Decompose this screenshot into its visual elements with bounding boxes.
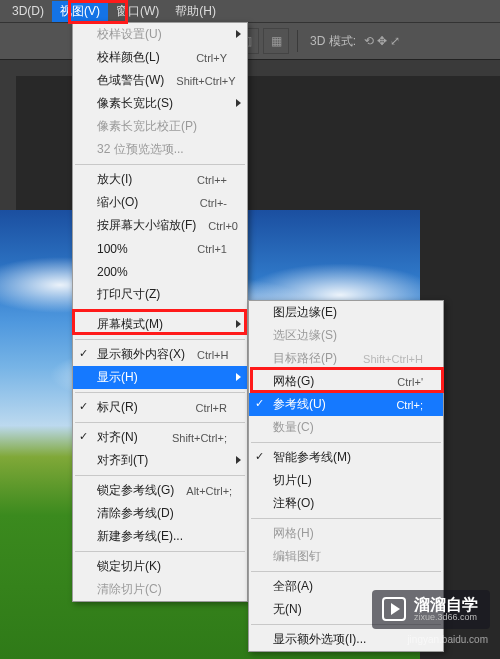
menu-divider [75, 339, 245, 340]
menu-item-label: 锁定参考线(G) [97, 482, 174, 499]
menubar-item[interactable]: 帮助(H) [167, 1, 224, 22]
menu-item-shortcut: Ctrl++ [197, 174, 227, 186]
menu-item[interactable]: 网格(G)Ctrl+' [249, 370, 443, 393]
menu-item-label: 智能参考线(M) [273, 449, 423, 466]
menu-item[interactable]: 图层边缘(E) [249, 301, 443, 324]
play-icon [382, 597, 406, 621]
menubar: 3D(D)视图(V)窗口(W)帮助(H) [0, 0, 500, 22]
menu-item-label: 100% [97, 242, 185, 256]
menu-item-shortcut: Ctrl+H [197, 349, 228, 361]
menu-item-label: 色域警告(W) [97, 72, 164, 89]
menu-item-label: 注释(O) [273, 495, 423, 512]
credit-text: jingyan.baidu.com [407, 634, 488, 645]
menu-item[interactable]: 校样颜色(L)Ctrl+Y [73, 46, 247, 69]
menu-item-shortcut: Ctrl+' [397, 376, 423, 388]
watermark-title: 溜溜自学 [414, 596, 478, 614]
menu-item[interactable]: 清除参考线(D) [73, 502, 247, 525]
menu-item-label: 像素长宽比校正(P) [97, 118, 227, 135]
menu-item-label: 按屏幕大小缩放(F) [97, 217, 196, 234]
menu-item-shortcut: Ctrl+0 [208, 220, 238, 232]
toolbar-icon-2[interactable]: ▦ [263, 28, 289, 54]
menu-divider [251, 571, 441, 572]
menu-item-shortcut: Ctrl+- [200, 197, 227, 209]
menu-item-label: 校样颜色(L) [97, 49, 184, 66]
menu-item-label: 屏幕模式(M) [97, 316, 227, 333]
menu-item-label: 对齐到(T) [97, 452, 227, 469]
menu-item[interactable]: 锁定参考线(G)Alt+Ctrl+; [73, 479, 247, 502]
menu-item-label: 显示(H) [97, 369, 227, 386]
menu-item[interactable]: 显示(H) [73, 366, 247, 389]
menu-item-shortcut: Alt+Ctrl+; [186, 485, 232, 497]
menu-item-label: 显示额外内容(X) [97, 346, 185, 363]
menu-item[interactable]: 对齐到(T) [73, 449, 247, 472]
menu-item-shortcut: Ctrl+1 [197, 243, 227, 255]
check-icon: ✓ [79, 430, 88, 443]
menu-item-label: 校样设置(U) [97, 26, 227, 43]
menu-item[interactable]: ✓显示额外内容(X)Ctrl+H [73, 343, 247, 366]
menu-item: 目标路径(P)Shift+Ctrl+H [249, 347, 443, 370]
menu-item: 像素长宽比校正(P) [73, 115, 247, 138]
menu-item-shortcut: Shift+Ctrl+; [172, 432, 227, 444]
submenu-arrow-icon [236, 30, 241, 38]
menu-item[interactable]: 100%Ctrl+1 [73, 237, 247, 260]
menu-item-shortcut: Shift+Ctrl+Y [176, 75, 235, 87]
check-icon: ✓ [79, 400, 88, 413]
menu-item[interactable]: 注释(O) [249, 492, 443, 515]
menu-item: 选区边缘(S) [249, 324, 443, 347]
menu-item: 网格(H) [249, 522, 443, 545]
menu-item-label: 图层边缘(E) [273, 304, 423, 321]
menu-divider [75, 164, 245, 165]
menu-item[interactable]: ✓对齐(N)Shift+Ctrl+; [73, 426, 247, 449]
menu-item-label: 对齐(N) [97, 429, 160, 446]
menu-item-label: 网格(G) [273, 373, 385, 390]
menu-item[interactable]: ✓参考线(U)Ctrl+; [249, 393, 443, 416]
menu-item: 清除切片(C) [73, 578, 247, 601]
watermark-sub: zixue.3d66.com [414, 613, 478, 623]
menu-item-label: 显示额外选项(I)... [273, 631, 423, 648]
menubar-item[interactable]: 窗口(W) [108, 1, 167, 22]
menu-item[interactable]: ✓标尺(R)Ctrl+R [73, 396, 247, 419]
mode-label: 3D 模式: [310, 33, 356, 50]
menu-item-shortcut: Ctrl+R [196, 402, 227, 414]
submenu-arrow-icon [236, 99, 241, 107]
submenu-arrow-icon [236, 456, 241, 464]
menu-item-label: 锁定切片(K) [97, 558, 227, 575]
mode-icon-zoom[interactable]: ⤢ [390, 34, 400, 48]
menubar-item[interactable]: 3D(D) [4, 2, 52, 20]
menu-item[interactable]: 放大(I)Ctrl++ [73, 168, 247, 191]
menu-item-label: 清除切片(C) [97, 581, 227, 598]
menu-item[interactable]: 切片(L) [249, 469, 443, 492]
menu-item[interactable]: 像素长宽比(S) [73, 92, 247, 115]
menu-item: 编辑图钉 [249, 545, 443, 568]
menu-item[interactable]: 打印尺寸(Z) [73, 283, 247, 306]
menu-item[interactable]: ✓智能参考线(M) [249, 446, 443, 469]
menu-divider [75, 392, 245, 393]
menu-divider [251, 518, 441, 519]
menu-item-label: 选区边缘(S) [273, 327, 423, 344]
menu-item-label: 参考线(U) [273, 396, 384, 413]
menu-item[interactable]: 新建参考线(E)... [73, 525, 247, 548]
menubar-item[interactable]: 视图(V) [52, 1, 108, 22]
menu-item-label: 32 位预览选项... [97, 141, 227, 158]
menu-item-label: 200% [97, 265, 227, 279]
mode-icon-pan[interactable]: ✥ [377, 34, 387, 48]
menu-item[interactable]: 锁定切片(K) [73, 555, 247, 578]
check-icon: ✓ [255, 397, 264, 410]
menu-item-label: 清除参考线(D) [97, 505, 227, 522]
menu-item[interactable]: 按屏幕大小缩放(F)Ctrl+0 [73, 214, 247, 237]
mode-icon-orbit[interactable]: ⟲ [364, 34, 374, 48]
menu-item-label: 网格(H) [273, 525, 423, 542]
menu-item-label: 标尺(R) [97, 399, 184, 416]
menu-item[interactable]: 色域警告(W)Shift+Ctrl+Y [73, 69, 247, 92]
submenu-arrow-icon [236, 320, 241, 328]
menu-item[interactable]: 缩小(O)Ctrl+- [73, 191, 247, 214]
view-menu-dropdown: 校样设置(U)校样颜色(L)Ctrl+Y色域警告(W)Shift+Ctrl+Y像… [72, 22, 248, 602]
check-icon: ✓ [79, 347, 88, 360]
menu-item[interactable]: 200% [73, 260, 247, 283]
menu-item[interactable]: 屏幕模式(M) [73, 313, 247, 336]
submenu-arrow-icon [236, 373, 241, 381]
menu-item-label: 数量(C) [273, 419, 423, 436]
menu-item: 32 位预览选项... [73, 138, 247, 161]
menu-item-label: 放大(I) [97, 171, 185, 188]
check-icon: ✓ [255, 450, 264, 463]
